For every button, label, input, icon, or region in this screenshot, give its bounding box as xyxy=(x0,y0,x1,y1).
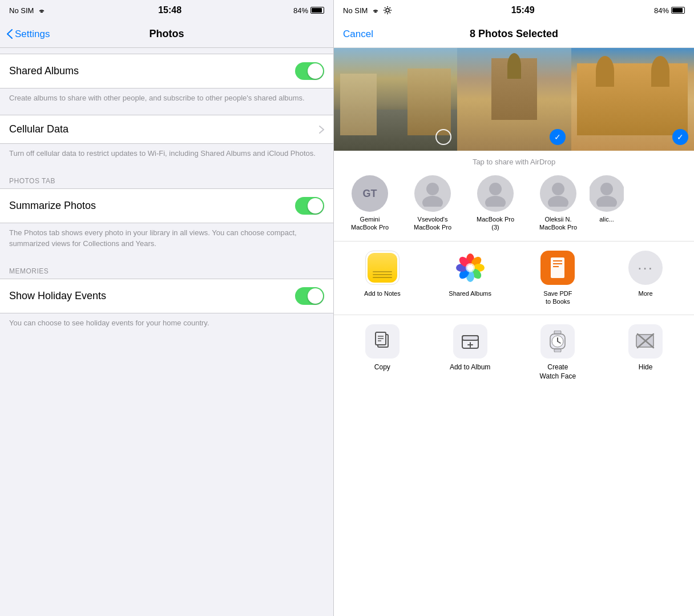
copy-icon-svg xyxy=(373,331,392,352)
add-to-notes-label: Add to Notes xyxy=(364,289,401,297)
left-nav-bar: Settings Photos xyxy=(0,21,333,48)
watch-icon-svg xyxy=(549,331,566,352)
right-time: 15:49 xyxy=(511,5,535,15)
photos-tab-section-header: PHOTOS TAB xyxy=(0,168,333,188)
person-silhouette-1 xyxy=(421,181,444,207)
gemini-avatar: GT xyxy=(352,175,388,212)
svg-point-9 xyxy=(426,183,439,195)
copy-icon xyxy=(365,324,400,359)
left-wifi-icon xyxy=(37,7,46,14)
svg-line-7 xyxy=(390,7,390,8)
svg-point-12 xyxy=(485,196,506,207)
add-to-album-action[interactable]: Add to Album xyxy=(433,324,507,381)
toggle-knob-3 xyxy=(308,288,323,304)
photo-1-selection[interactable] xyxy=(435,129,451,145)
photo-item-3[interactable]: ✓ xyxy=(571,48,695,151)
notes-icon-inner xyxy=(368,253,397,283)
summarize-photos-label: Summarize Photos xyxy=(9,200,96,212)
photo-item-2[interactable]: ✓ xyxy=(457,48,571,151)
airdrop-contact-alic[interactable]: alic... xyxy=(590,173,624,234)
holiday-events-description: You can choose to see holiday events for… xyxy=(0,313,333,337)
photo-item-1[interactable] xyxy=(334,48,457,151)
right-battery-info: 84% xyxy=(654,6,685,15)
svg-point-13 xyxy=(552,183,564,195)
app-actions-section: Add to Notes xyxy=(334,241,694,316)
airdrop-contact-oleksii[interactable]: Oleksii N.MacBook Pro xyxy=(527,173,590,234)
create-watch-face-icon xyxy=(540,324,575,359)
shared-albums-action[interactable]: Shared Albums xyxy=(442,251,499,306)
notes-line-1 xyxy=(373,271,392,272)
right-brightness-icon xyxy=(384,6,392,14)
notes-line-3 xyxy=(373,277,392,278)
svg-line-8 xyxy=(385,13,385,13)
settings-content: Shared Albums Create albums to share wit… xyxy=(0,48,333,616)
alic-avatar xyxy=(590,175,624,212)
photo-3-selection[interactable]: ✓ xyxy=(672,129,688,145)
right-page-title: 8 Photos Selected xyxy=(470,28,558,40)
holiday-events-row[interactable]: Show Holiday Events xyxy=(0,279,333,313)
photo-2-selection[interactable]: ✓ xyxy=(550,129,566,145)
summarize-photos-toggle[interactable] xyxy=(295,197,324,215)
left-battery-pct: 84% xyxy=(293,6,308,15)
summarize-photos-group: Summarize Photos xyxy=(0,188,333,223)
left-battery-icon xyxy=(310,7,324,14)
airdrop-contact-macbook3[interactable]: MacBook Pro(3) xyxy=(464,173,527,234)
more-action[interactable]: ··· More xyxy=(617,251,674,306)
utility-actions-section: Copy Add to Album xyxy=(334,315,694,390)
shared-albums-toggle[interactable] xyxy=(295,62,324,80)
right-no-sim: No SIM xyxy=(343,6,368,15)
svg-point-15 xyxy=(600,183,613,195)
summarize-photos-row[interactable]: Summarize Photos xyxy=(0,189,333,223)
shared-albums-label: Shared Albums xyxy=(9,65,79,77)
cancel-button[interactable]: Cancel xyxy=(343,29,373,40)
back-button-label: Settings xyxy=(15,29,50,40)
svg-line-6 xyxy=(390,13,390,13)
notes-icon xyxy=(365,251,400,285)
vsevolod-avatar xyxy=(414,175,451,212)
macbook3-contact-name: MacBook Pro(3) xyxy=(477,215,514,232)
save-pdf-books-action[interactable]: Save PDFto Books xyxy=(529,251,586,306)
photos-flower-icon xyxy=(455,252,486,283)
airdrop-contact-gemini[interactable]: GT GeminiMacBook Pro xyxy=(338,173,401,234)
hide-action[interactable]: Hide xyxy=(608,324,683,381)
holiday-events-group: Show Holiday Events xyxy=(0,279,333,313)
airdrop-section: Tap to share with AirDrop GT GeminiMacBo… xyxy=(334,151,694,241)
svg-point-10 xyxy=(422,196,443,207)
holiday-events-label: Show Holiday Events xyxy=(9,290,106,302)
memories-section-header: MEMORIES xyxy=(0,258,333,279)
right-status-bar: No SIM 15:49 84% xyxy=(334,0,694,21)
hide-icon-svg xyxy=(635,333,656,350)
toggle-knob xyxy=(308,63,323,79)
cellular-data-row[interactable]: Cellular Data xyxy=(0,115,333,143)
add-to-notes-action[interactable]: Add to Notes xyxy=(354,251,411,306)
hide-icon xyxy=(628,324,663,359)
svg-point-16 xyxy=(596,196,617,207)
left-battery-info: 84% xyxy=(293,6,324,15)
airdrop-title: Tap to share with AirDrop xyxy=(334,158,694,166)
holiday-events-toggle[interactable] xyxy=(295,287,324,305)
shared-albums-group: Shared Albums xyxy=(0,54,333,88)
right-battery-pct: 84% xyxy=(654,6,669,15)
create-watch-face-action[interactable]: CreateWatch Face xyxy=(520,324,595,381)
svg-point-0 xyxy=(386,9,389,12)
right-panel: No SIM 15:49 84% C xyxy=(333,0,694,616)
app-actions-row: Add to Notes xyxy=(338,251,689,306)
airdrop-contacts-list: GT GeminiMacBook Pro Vsevolod'sMacBook P… xyxy=(334,173,694,234)
svg-rect-36 xyxy=(554,331,561,334)
cellular-data-group: Cellular Data xyxy=(0,115,333,144)
settings-back-button[interactable]: Settings xyxy=(7,29,50,40)
cellular-data-description: Turn off cellular data to restrict updat… xyxy=(0,144,333,168)
toggle-knob-2 xyxy=(308,198,323,214)
copy-action[interactable]: Copy xyxy=(345,324,419,381)
shared-albums-row[interactable]: Shared Albums xyxy=(0,54,333,88)
left-panel: No SIM 15:48 84% Settings Photos xyxy=(0,0,333,616)
svg-point-26 xyxy=(466,263,475,272)
svg-line-5 xyxy=(385,7,385,8)
airdrop-contact-vsevolod[interactable]: Vsevolod'sMacBook Pro xyxy=(401,173,464,234)
photos-icon xyxy=(453,251,487,285)
left-no-sim: No SIM xyxy=(9,6,34,15)
more-dots: ··· xyxy=(637,260,653,275)
hide-label: Hide xyxy=(639,363,653,372)
left-status-bar: No SIM 15:48 84% xyxy=(0,0,333,21)
books-icon xyxy=(540,251,575,285)
